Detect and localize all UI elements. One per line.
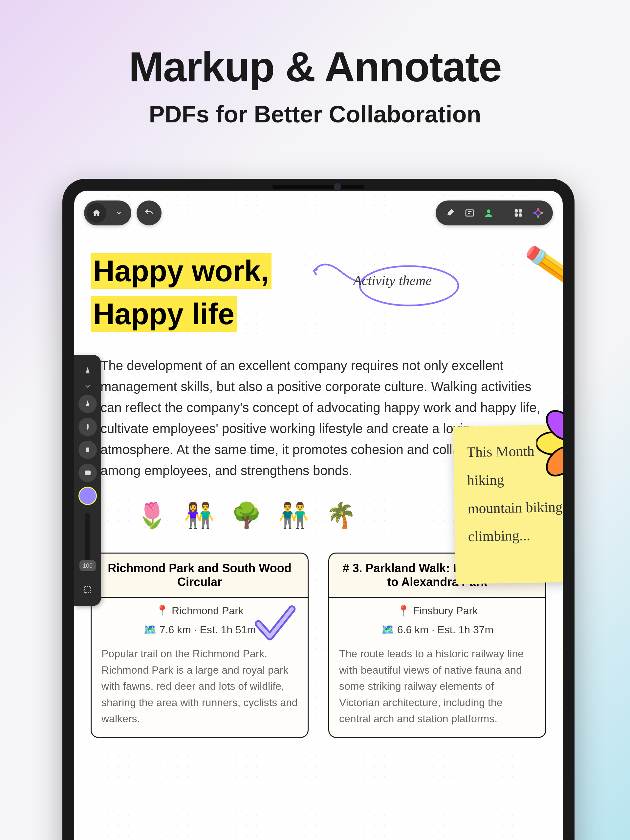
- svg-rect-8: [85, 471, 90, 475]
- eraser-tool[interactable]: [78, 464, 97, 482]
- document-title: Happy work, Happy life: [90, 253, 272, 332]
- svg-rect-3: [519, 209, 522, 213]
- svg-point-6: [536, 211, 540, 215]
- home-icon: [92, 208, 101, 218]
- top-toolbar: [84, 201, 553, 226]
- ipad-notch: [272, 185, 364, 189]
- ipad-camera: [334, 183, 341, 190]
- nav-pill: [84, 201, 131, 226]
- color-picker[interactable]: [78, 486, 97, 505]
- undo-button[interactable]: [136, 201, 161, 226]
- chevron-down-icon: [116, 210, 122, 216]
- ai-sparkle-icon[interactable]: [532, 207, 544, 218]
- undo-icon: [144, 208, 154, 218]
- card-stats: 🗺️ 6.6 km · Est. 1h 37m: [329, 624, 545, 643]
- checkmark-annotation[interactable]: [252, 601, 298, 647]
- card-body: The route leads to a historic railway li…: [329, 643, 545, 737]
- svg-rect-5: [519, 213, 522, 216]
- svg-rect-2: [515, 209, 518, 213]
- card-location: 📍 Finsbury Park: [329, 598, 545, 624]
- svg-rect-9: [85, 587, 91, 593]
- card-body: Popular trail on the Richmond Park. Rich…: [92, 643, 308, 737]
- brush-tool[interactable]: [78, 418, 97, 436]
- sticky-line: mountain biking: [467, 492, 563, 523]
- tool-expand[interactable]: [78, 382, 97, 390]
- emoji-tree: 🌳: [231, 501, 262, 530]
- marker-tool[interactable]: [78, 441, 97, 459]
- svg-rect-7: [86, 448, 89, 453]
- sticky-line: climbing...: [468, 520, 563, 551]
- flower-sticker[interactable]: [537, 401, 563, 486]
- fountain-pen-tool[interactable]: [78, 395, 97, 413]
- hero-title: Markup & Annotate: [0, 43, 630, 91]
- slider-value[interactable]: 100: [79, 560, 96, 571]
- card-title: Richmond Park and South Wood Circular: [92, 554, 308, 598]
- nav-dropdown-button[interactable]: [109, 203, 129, 223]
- emoji-couple: 👫: [184, 501, 215, 530]
- emoji-palm: 🌴: [326, 501, 356, 530]
- stroke-slider[interactable]: 100: [85, 513, 90, 568]
- hero-subtitle: PDFs for Better Collaboration: [0, 101, 630, 128]
- pen-tool[interactable]: [78, 365, 97, 378]
- svg-point-1: [487, 209, 491, 213]
- text-box-icon[interactable]: [465, 208, 475, 218]
- lasso-tool[interactable]: [78, 583, 97, 596]
- grid-icon[interactable]: [513, 208, 523, 218]
- home-button[interactable]: [87, 203, 106, 223]
- emoji-friends: 👬: [279, 501, 309, 530]
- annotation-activity-theme[interactable]: Activity theme: [353, 273, 432, 289]
- tool-dock: 100: [74, 355, 101, 606]
- share-icon[interactable]: [484, 208, 495, 218]
- svg-rect-4: [515, 213, 518, 216]
- app-screen: Happy work, Happy life The development o…: [74, 191, 563, 840]
- action-pill: [436, 201, 553, 226]
- ipad-frame: Happy work, Happy life The development o…: [62, 179, 575, 840]
- hero-banner: Markup & Annotate PDFs for Better Collab…: [0, 0, 630, 128]
- emoji-tulip: 🌷: [136, 501, 168, 530]
- highlighter-icon[interactable]: [445, 208, 455, 218]
